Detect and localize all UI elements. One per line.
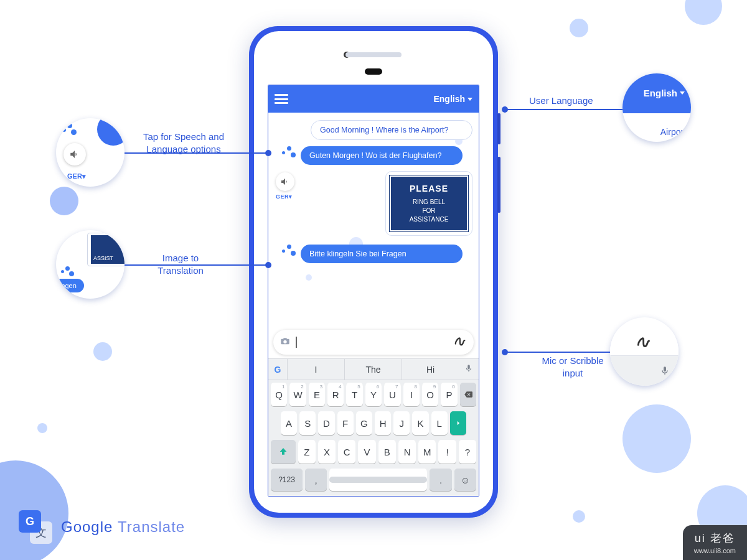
footer-title: Google Translate (61, 518, 185, 536)
sign-text: FOR (422, 207, 435, 214)
key-c[interactable]: C (338, 440, 355, 464)
key-w[interactable]: W2 (289, 383, 306, 406)
chevron-down-icon (680, 91, 685, 95)
key-m[interactable]: M (418, 440, 436, 464)
mic-icon[interactable] (459, 363, 479, 376)
key-d[interactable]: D (318, 411, 334, 435)
key-x[interactable]: X (318, 440, 336, 464)
mic-icon (660, 365, 670, 377)
key-a[interactable]: A (281, 411, 297, 435)
chat-bubble-translated[interactable]: Bitte klingeln Sie bei Fragen (301, 245, 463, 263)
bubble-text: Good Morning ! Where is the Airport? (320, 126, 448, 134)
key-emoji[interactable]: ☺ (454, 469, 476, 491)
callout-image: Image to Translation (143, 252, 218, 278)
key-u[interactable]: U7 (384, 383, 400, 406)
key-n[interactable]: N (398, 440, 416, 464)
key-![interactable]: ! (438, 440, 456, 464)
language-tag[interactable]: GER▾ (276, 194, 293, 200)
key-space[interactable] (329, 469, 427, 491)
zoom-image: ASSIST Fragen (56, 230, 125, 299)
camera-icon[interactable] (280, 336, 291, 348)
bg-circle (570, 19, 588, 37)
phone-speaker (345, 52, 402, 57)
key-i[interactable]: I8 (403, 383, 420, 406)
key-e[interactable]: E3 (309, 383, 325, 406)
phone-frame: English Good Morning ! Where is the Airp… (249, 26, 498, 518)
key-?[interactable]: ? (459, 440, 476, 464)
callout-scribble: Mic or Scribble input (535, 355, 610, 380)
sign-text: RING BELL (413, 198, 445, 205)
key-o[interactable]: O9 (422, 383, 438, 406)
bubble-text: Bitte klingeln Sie bei Fragen (309, 250, 406, 258)
watermark: ui 老爸 www.uii8.com (683, 525, 747, 560)
footer: 文 G Google Translate (19, 510, 185, 544)
google-translate-icon: 文 G (19, 510, 52, 544)
key-backspace[interactable] (460, 383, 476, 406)
sign-text: ASSISTANCE (410, 216, 449, 223)
keyboard-suggestion[interactable]: I (287, 359, 344, 380)
menu-icon[interactable] (275, 94, 288, 104)
keyboard: G I The Hi Q1W2E3R4T5Y6U7I8O9P0 ASDFGHJK… (268, 358, 479, 496)
keyboard-suggestion-row: G I The Hi (268, 359, 479, 380)
key-f[interactable]: F (337, 411, 354, 435)
text-cursor (296, 337, 297, 348)
key-dot[interactable]: . (430, 469, 451, 491)
key-j[interactable]: J (393, 411, 410, 435)
bg-circle (93, 342, 112, 361)
keyboard-row: ZXCVBNM!? (268, 437, 479, 466)
key-q[interactable]: Q1 (271, 383, 287, 406)
zoom-text: ASSIST (91, 235, 125, 264)
key-t[interactable]: T5 (346, 383, 362, 406)
key-b[interactable]: B (378, 440, 396, 464)
app-bar: English (268, 85, 479, 113)
callout-user-language: User Language (529, 95, 593, 107)
bubble-text: Guten Morgen ! Wo ist der Flughafen? (309, 151, 441, 160)
chevron-down-icon (467, 98, 472, 101)
key-y[interactable]: Y6 (365, 383, 382, 406)
key-comma[interactable]: , (305, 469, 327, 491)
sign-image: PLEASE RING BELL FOR ASSISTANCE (390, 175, 468, 231)
translate-dots-icon (282, 145, 297, 159)
phone-volume-button (497, 157, 500, 213)
chat-bubble-source[interactable]: Good Morning ! Where is the Airport? (311, 120, 472, 140)
key-v[interactable]: V (358, 440, 375, 464)
bg-circle (306, 274, 312, 281)
key-r[interactable]: R4 (327, 383, 344, 406)
bg-circle (573, 510, 585, 523)
key-h[interactable]: H (375, 411, 391, 435)
zoom-text: English (644, 88, 677, 98)
translate-dots-icon (282, 243, 297, 257)
key-g[interactable]: G (356, 411, 372, 435)
speak-button[interactable] (276, 172, 294, 191)
zoom-speech: GER▾ (56, 118, 125, 187)
scribble-icon[interactable] (454, 335, 467, 350)
key-k[interactable]: K (412, 411, 428, 435)
callout-dot (502, 349, 508, 355)
watermark-brand: ui 老爸 (694, 531, 736, 546)
key-enter[interactable] (450, 411, 466, 435)
input-bar[interactable] (273, 330, 474, 355)
keyboard-suggestion[interactable]: Hi (402, 359, 459, 380)
speaker-icon (69, 149, 80, 160)
chat-bubble-translated[interactable]: Guten Morgen ! Wo ist der Flughafen? (301, 146, 463, 165)
google-g-icon[interactable]: G (268, 365, 287, 375)
key-shift[interactable] (271, 440, 296, 464)
key-l[interactable]: L (431, 411, 448, 435)
image-message[interactable]: PLEASE RING BELL FOR ASSISTANCE (385, 171, 472, 236)
bg-circle (50, 187, 78, 215)
zoom-text: Fragen (56, 279, 84, 292)
key-symbols[interactable]: ?123 (271, 469, 303, 491)
language-picker[interactable]: English (433, 94, 472, 104)
zoom-text: Airport (660, 127, 686, 137)
key-z[interactable]: Z (298, 440, 316, 464)
footer-brand: Google (61, 518, 113, 535)
speaker-icon (280, 177, 290, 187)
key-s[interactable]: S (299, 411, 316, 435)
callout-leader (504, 109, 622, 110)
bg-circle (622, 404, 691, 473)
key-p[interactable]: P0 (441, 383, 457, 406)
keyboard-suggestion[interactable]: The (344, 359, 402, 380)
zoom-user-language: English Airport (622, 73, 691, 142)
callout-dot (265, 262, 271, 268)
keyboard-row: Q1W2E3R4T5Y6U7I8O9P0 (268, 380, 479, 409)
